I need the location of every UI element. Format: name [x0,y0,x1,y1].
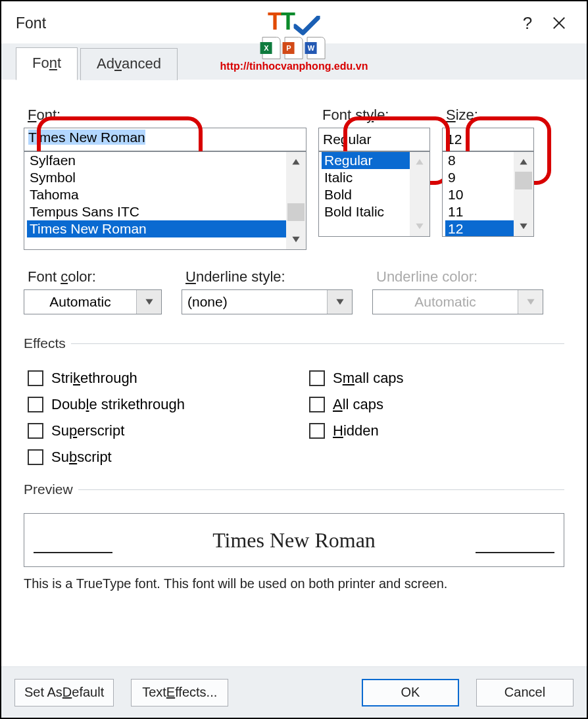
size-listbox[interactable]: 8 9 10 11 12 [442,151,534,237]
size-option[interactable]: 8 [445,152,514,169]
svg-marker-7 [520,224,527,229]
preview-group: Preview Times New Roman This is a TrueTy… [24,482,564,591]
font-option[interactable]: Tahoma [27,186,286,203]
font-input[interactable]: Times New Roman [24,128,306,151]
checkbox-hidden[interactable]: Hidden [309,422,564,439]
help-button[interactable]: ? [512,7,543,39]
font-panel: Font: Times New Roman Sylfaen Symbol Tah… [1,80,587,598]
size-input[interactable] [442,128,534,151]
scroll-up-icon[interactable] [286,152,306,172]
preview-legend: Preview [24,482,78,497]
checkbox-small-caps[interactable]: Small caps [309,370,564,387]
size-option[interactable]: 10 [445,186,514,203]
svg-marker-5 [416,224,423,229]
close-button[interactable] [543,7,575,39]
titlebar: Font ? [1,1,587,41]
ok-button[interactable]: OK [362,679,459,707]
font-option[interactable]: Tempus Sans ITC [27,203,286,220]
scroll-up-icon[interactable] [514,152,533,172]
preview-sample: Times New Roman [212,528,376,553]
checkbox-all-caps[interactable]: All caps [309,396,564,413]
font-color-combo[interactable]: Automatic [24,289,162,314]
font-option[interactable]: Sylfaen [27,152,286,169]
text-effects-button[interactable]: Text Effects... [131,679,228,707]
chevron-down-icon[interactable] [327,290,352,314]
size-label: Size: [442,107,534,124]
underline-style-combo[interactable]: (none) [182,289,353,314]
size-option[interactable]: 12 [445,220,514,237]
tab-font[interactable]: Font [16,47,78,80]
chevron-down-icon [518,290,543,314]
checkbox-strikethrough[interactable]: Strikethrough [28,370,283,387]
svg-marker-4 [416,159,423,164]
checkbox-double-strikethrough[interactable]: Double strikethrough [28,396,283,413]
button-bar: Set As Default Text Effects... OK Cancel [1,666,587,718]
chevron-down-icon[interactable] [136,290,161,314]
style-option[interactable]: Bold [322,186,410,203]
font-option[interactable]: Symbol [27,169,286,186]
tab-advanced[interactable]: Advanced [80,48,178,80]
dialog-title: Font [16,14,46,32]
effects-group: Effects Strikethrough Double strikethrou… [24,335,564,466]
svg-marker-9 [336,299,343,305]
close-icon [552,16,566,30]
size-scrollbar[interactable] [514,152,533,236]
preview-note: This is a TrueType font. This font will … [24,576,564,591]
effects-legend: Effects [24,335,71,351]
underline-color-combo: Automatic [372,289,543,314]
underline-color-label: Underline color: [372,268,543,285]
style-option[interactable]: Bold Italic [322,203,410,220]
set-default-button[interactable]: Set As Default [14,679,114,707]
font-option[interactable]: Times New Roman [27,220,286,237]
font-color-label: Font color: [24,268,162,285]
svg-marker-8 [145,299,153,305]
svg-marker-3 [292,237,299,242]
tabstrip: Font Advanced [1,43,587,80]
checkbox-superscript[interactable]: Superscript [28,422,283,439]
scroll-up-icon[interactable] [410,152,429,172]
font-label: Font: [24,107,306,124]
style-scrollbar[interactable] [410,152,429,236]
scroll-down-icon[interactable] [410,216,429,236]
svg-marker-10 [527,299,534,305]
scroll-down-icon[interactable] [514,216,533,236]
font-listbox[interactable]: Sylfaen Symbol Tahoma Tempus Sans ITC Ti… [24,151,306,250]
svg-marker-2 [292,159,299,164]
style-option[interactable]: Italic [322,169,410,186]
font-scrollbar[interactable] [286,152,306,249]
checkbox-subscript[interactable]: Subscript [28,449,283,466]
font-style-label: Font style: [318,107,430,124]
font-style-input[interactable] [318,128,430,151]
style-option[interactable]: Regular [322,152,410,169]
size-option[interactable]: 9 [445,169,514,186]
svg-marker-6 [520,159,527,164]
size-option[interactable]: 11 [445,203,514,220]
font-style-listbox[interactable]: Regular Italic Bold Bold Italic [318,151,430,237]
cancel-button[interactable]: Cancel [476,679,574,707]
scroll-down-icon[interactable] [286,230,306,249]
preview-box: Times New Roman [24,513,564,567]
underline-style-label: Underline style: [182,268,353,285]
